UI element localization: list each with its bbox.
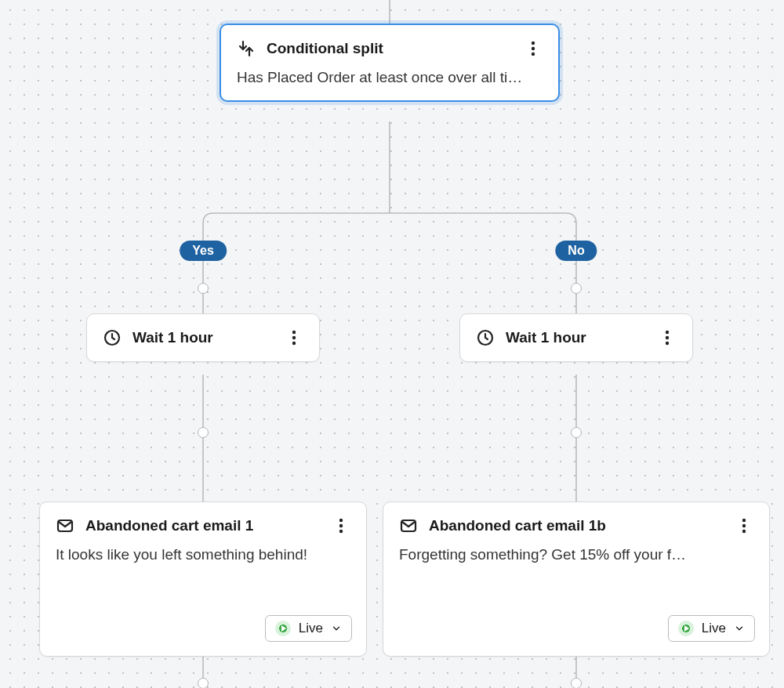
svg-point-18 <box>339 519 343 522</box>
node-menu-button[interactable] <box>658 328 677 347</box>
svg-point-12 <box>292 342 296 345</box>
status-select[interactable]: Live <box>265 615 352 642</box>
status-select[interactable]: Live <box>668 615 755 642</box>
svg-point-19 <box>339 524 343 527</box>
node-title: Abandoned cart email 1b <box>429 517 606 534</box>
node-title: Wait 1 hour <box>132 329 213 346</box>
node-menu-button[interactable] <box>735 516 753 535</box>
svg-point-11 <box>292 336 296 339</box>
email-node-yes[interactable]: Abandoned cart email 1 It looks like you… <box>39 502 367 657</box>
connector-port[interactable] <box>571 283 582 294</box>
status-label: Live <box>702 621 726 636</box>
kebab-icon <box>531 41 535 56</box>
svg-point-15 <box>666 336 669 339</box>
svg-point-24 <box>742 530 746 533</box>
svg-point-8 <box>532 53 535 56</box>
node-menu-button[interactable] <box>285 328 303 347</box>
node-title: Conditional split <box>267 40 383 57</box>
email-icon <box>399 516 418 535</box>
connector-port[interactable] <box>198 678 209 688</box>
play-icon <box>678 621 694 636</box>
clock-icon <box>476 328 495 347</box>
node-title: Abandoned cart email 1 <box>85 517 253 534</box>
conditional-split-node[interactable]: Conditional split Has Placed Order at le… <box>220 24 560 102</box>
svg-point-7 <box>532 47 535 50</box>
kebab-icon <box>292 330 296 346</box>
node-description: Has Placed Order at least once over all … <box>237 69 543 86</box>
node-menu-button[interactable] <box>332 516 350 535</box>
node-title: Wait 1 hour <box>506 329 586 346</box>
kebab-icon <box>742 518 746 534</box>
status-label: Live <box>299 621 323 636</box>
svg-point-22 <box>742 519 746 522</box>
wait-node-yes[interactable]: Wait 1 hour <box>86 313 320 362</box>
email-subject: Forgetting something? Get 15% off your f… <box>399 546 753 563</box>
email-node-no[interactable]: Abandoned cart email 1b Forgetting somet… <box>383 502 770 657</box>
svg-point-10 <box>292 331 296 334</box>
kebab-icon <box>665 330 670 346</box>
play-icon <box>275 621 291 636</box>
connector-port[interactable] <box>198 283 209 294</box>
connector-port[interactable] <box>571 427 582 438</box>
branch-label-no: No <box>555 241 597 261</box>
wait-node-no[interactable]: Wait 1 hour <box>459 313 693 362</box>
conditional-split-icon <box>237 39 256 58</box>
connector-port[interactable] <box>571 678 582 688</box>
kebab-icon <box>339 518 343 534</box>
clock-icon <box>103 328 122 347</box>
chevron-down-icon <box>734 623 745 634</box>
svg-point-23 <box>742 524 746 527</box>
svg-point-6 <box>532 42 535 45</box>
svg-point-20 <box>339 530 343 533</box>
svg-point-14 <box>666 331 669 334</box>
email-subject: It looks like you left something behind! <box>56 546 350 563</box>
email-icon <box>56 516 74 535</box>
node-menu-button[interactable] <box>524 39 543 58</box>
branch-label-yes: Yes <box>180 241 227 261</box>
svg-point-16 <box>666 342 669 345</box>
connector-port[interactable] <box>198 427 209 438</box>
chevron-down-icon <box>331 623 342 634</box>
